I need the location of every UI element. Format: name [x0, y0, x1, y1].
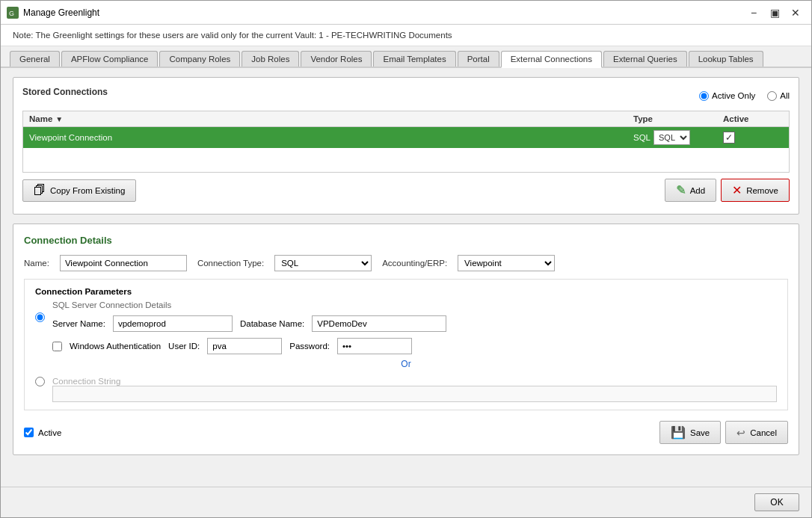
name-label: Name:: [24, 259, 49, 268]
connections-table: Name ▼ Type Active Viewpoint Connection: [22, 111, 790, 173]
footer: OK: [1, 487, 811, 517]
tab-portal[interactable]: Portal: [458, 51, 499, 67]
connection-params-box: Connection Parameters SQL Server Connect…: [24, 279, 788, 410]
active-section: Active: [24, 428, 61, 437]
user-id-input[interactable]: [207, 338, 282, 354]
params-sub: SQL Server Connection Details: [52, 300, 777, 309]
note-bar: Note: The Greenlight settings for these …: [1, 25, 811, 46]
active-checkbox[interactable]: [24, 428, 34, 437]
stored-connections-header: Stored Connections: [22, 87, 108, 97]
conn-string-content: Connection String: [52, 374, 777, 402]
conn-string-section: Connection String: [35, 374, 777, 402]
sql-params-radio[interactable]: [35, 312, 45, 322]
title-bar: G Manage Greenlight − ▣ ✕: [1, 1, 811, 25]
bottom-row: Active 💾 Save ↩ Cancel: [24, 421, 788, 444]
table-header: Name ▼ Type Active: [23, 111, 789, 127]
server-name-input[interactable]: [113, 315, 233, 332]
connection-type-label: Connection Type:: [197, 259, 264, 268]
tab-email-templates[interactable]: Email Templates: [373, 51, 455, 67]
filter-radio-group: Active Only All: [699, 91, 790, 101]
type-select[interactable]: SQL: [653, 130, 690, 145]
tab-company-roles[interactable]: Company Roles: [159, 51, 240, 67]
tabs-bar: General APFlow Compliance Company Roles …: [1, 46, 811, 68]
stored-connections-panel: Stored Connections Active Only All: [13, 77, 799, 215]
table-row[interactable]: Viewpoint Connection SQL SQL: [23, 127, 789, 148]
user-id-label: User ID:: [168, 342, 200, 351]
params-title: Connection Parameters: [35, 287, 777, 296]
windows-auth-checkbox[interactable]: [52, 342, 62, 351]
remove-icon: ✕: [732, 183, 742, 197]
add-button[interactable]: ✎ Add: [665, 179, 716, 202]
tab-vendor-roles[interactable]: Vendor Roles: [301, 51, 372, 67]
table-actions-row: 🗍 Copy From Existing ✎ Add ✕ Remove: [22, 179, 790, 202]
accounting-erp-select[interactable]: Viewpoint Other: [458, 255, 555, 271]
save-button[interactable]: 💾 Save: [659, 421, 721, 444]
row-type: SQL SQL: [633, 130, 723, 145]
svg-text:G: G: [9, 10, 14, 17]
all-radio[interactable]: [767, 91, 777, 101]
save-icon: 💾: [671, 425, 686, 440]
win-auth-row: Windows Authentication User ID: Password…: [52, 338, 777, 354]
password-label: Password:: [289, 342, 330, 351]
col-header-type: Type: [633, 114, 723, 123]
database-name-input[interactable]: [312, 315, 446, 332]
windows-auth-label: Windows Authentication: [70, 342, 161, 351]
details-header: Connection Details: [24, 235, 788, 246]
active-checkbox-cell[interactable]: [723, 132, 735, 144]
active-only-radio-label[interactable]: Active Only: [699, 91, 755, 101]
accounting-erp-label: Accounting/ERP:: [382, 259, 447, 268]
row-active: [723, 132, 783, 144]
tab-lookup-tables[interactable]: Lookup Tables: [689, 51, 763, 67]
or-divider: Or: [35, 359, 777, 369]
add-icon: ✎: [676, 183, 686, 197]
name-input[interactable]: [60, 255, 187, 271]
add-remove-buttons: ✎ Add ✕ Remove: [665, 179, 790, 202]
main-window: G Manage Greenlight − ▣ ✕ Note: The Gree…: [0, 0, 812, 518]
app-icon: G: [7, 7, 19, 19]
copy-from-existing-button[interactable]: 🗍 Copy From Existing: [22, 179, 136, 202]
active-only-radio[interactable]: [699, 91, 709, 101]
ok-button[interactable]: OK: [754, 493, 799, 511]
database-name-label: Database Name:: [240, 319, 304, 328]
tab-external-queries[interactable]: External Queries: [603, 51, 687, 67]
conn-string-radio[interactable]: [35, 377, 45, 386]
col-header-name: Name ▼: [29, 114, 633, 123]
main-content: Stored Connections Active Only All: [1, 68, 811, 487]
row-name: Viewpoint Connection: [29, 133, 633, 142]
save-cancel-buttons: 💾 Save ↩ Cancel: [659, 421, 788, 444]
remove-button[interactable]: ✕ Remove: [721, 179, 790, 202]
sql-params-section: SQL Server Connection Details Server Nam…: [52, 300, 777, 354]
active-only-label: Active Only: [712, 91, 755, 100]
all-radio-label[interactable]: All: [767, 91, 790, 101]
cancel-icon: ↩: [736, 427, 745, 439]
tab-apflow[interactable]: APFlow Compliance: [61, 51, 159, 67]
window-title: Manage Greenlight: [23, 7, 739, 18]
table-body: Viewpoint Connection SQL SQL: [23, 127, 789, 172]
conn-string-label: Connection String: [52, 377, 777, 386]
details-form-row1: Name: Connection Type: SQL ODBC OLE DB A…: [24, 255, 788, 271]
minimize-button[interactable]: −: [744, 5, 763, 20]
tab-external-connections[interactable]: External Connections: [501, 51, 602, 68]
sort-arrow: ▼: [55, 115, 63, 123]
maximize-button[interactable]: ▣: [765, 5, 784, 20]
window-controls: − ▣ ✕: [744, 5, 805, 20]
note-text: Note: The Greenlight settings for these …: [13, 31, 452, 40]
col-header-active: Active: [723, 114, 783, 123]
cancel-button[interactable]: ↩ Cancel: [725, 421, 788, 444]
all-label: All: [780, 91, 790, 100]
active-label: Active: [38, 428, 61, 437]
tab-job-roles[interactable]: Job Roles: [242, 51, 299, 67]
connection-type-select[interactable]: SQL ODBC OLE DB: [274, 255, 372, 271]
server-name-label: Server Name:: [52, 319, 105, 328]
close-button[interactable]: ✕: [786, 5, 805, 20]
tab-general[interactable]: General: [10, 51, 60, 67]
copy-icon: 🗍: [34, 184, 46, 197]
password-input[interactable]: [337, 338, 412, 354]
conn-string-input[interactable]: [52, 386, 777, 402]
connection-details-panel: Connection Details Name: Connection Type…: [13, 223, 799, 455]
server-db-row: Server Name: Database Name:: [52, 315, 777, 332]
